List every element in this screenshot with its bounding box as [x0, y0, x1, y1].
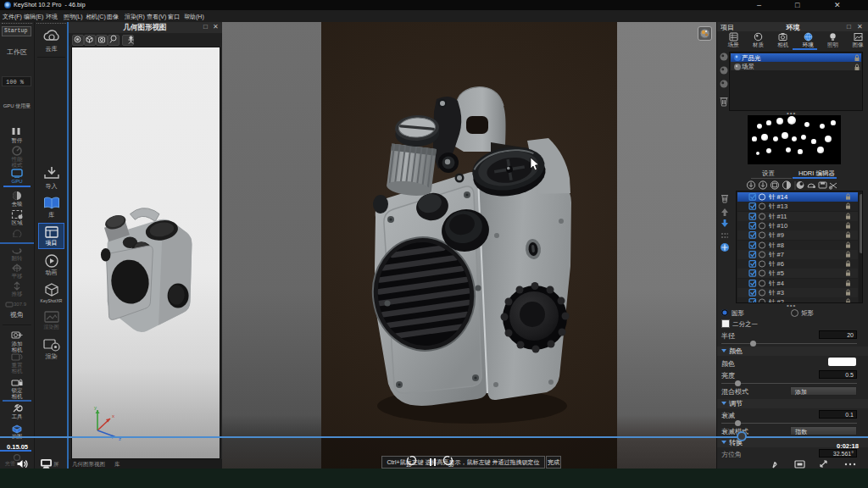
svg-text:30: 30	[448, 463, 453, 468]
svg-text:10: 10	[406, 463, 411, 468]
svg-text:y: y	[94, 405, 97, 410]
svg-text:x: x	[112, 413, 114, 419]
